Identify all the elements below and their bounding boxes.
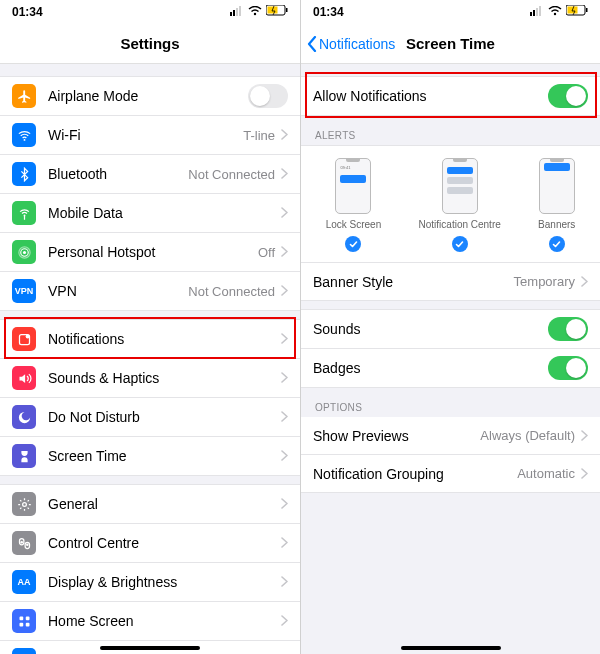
alert-notification-centre[interactable]: Notification Centre xyxy=(419,158,501,252)
settings-row-sounds[interactable]: Sounds & Haptics xyxy=(0,359,300,398)
svg-point-15 xyxy=(22,502,26,506)
settings-row-display[interactable]: AADisplay & Brightness xyxy=(0,563,300,602)
svg-point-19 xyxy=(26,543,29,546)
home-indicator[interactable] xyxy=(401,646,501,650)
settings-row-general[interactable]: General xyxy=(0,484,300,524)
settings-row-notifications[interactable]: Notifications xyxy=(0,319,300,359)
page-title: Settings xyxy=(120,35,179,52)
chevron-left-icon xyxy=(307,36,317,52)
accessibility-icon xyxy=(12,648,36,654)
svg-rect-22 xyxy=(19,622,23,626)
chevron-right-icon xyxy=(281,244,288,260)
wifi-icon xyxy=(548,5,562,19)
status-bar: 01:34 xyxy=(301,0,600,24)
wifi-icon xyxy=(248,5,262,19)
chevron-right-icon xyxy=(281,127,288,143)
chevron-right-icon xyxy=(281,535,288,551)
chevron-right-icon xyxy=(581,274,588,290)
airplane-toggle[interactable] xyxy=(248,84,288,108)
chevron-right-icon xyxy=(281,166,288,182)
row-label: Personal Hotspot xyxy=(48,244,258,260)
badges-toggle[interactable] xyxy=(548,356,588,380)
settings-row-airplane[interactable]: Airplane Mode xyxy=(0,76,300,116)
banner-style-row[interactable]: Banner Style Temporary xyxy=(301,263,600,301)
settings-row-vpn[interactable]: VPNVPNNot Connected xyxy=(0,272,300,311)
row-label: Wi-Fi xyxy=(48,127,243,143)
allow-notifications-toggle[interactable] xyxy=(548,84,588,108)
row-value: Not Connected xyxy=(188,167,275,182)
home-indicator[interactable] xyxy=(100,646,200,650)
page-title: Screen Time xyxy=(406,35,495,52)
back-label: Notifications xyxy=(319,36,395,52)
row-label: Bluetooth xyxy=(48,166,188,182)
check-icon[interactable] xyxy=(549,236,565,252)
svg-point-10 xyxy=(22,250,25,253)
svg-rect-3 xyxy=(239,6,241,16)
row-label: Do Not Disturb xyxy=(48,409,281,425)
badges-row[interactable]: Badges xyxy=(301,349,600,388)
bluetooth-icon xyxy=(12,162,36,186)
svg-rect-23 xyxy=(25,622,29,626)
vpn-icon: VPN xyxy=(12,279,36,303)
row-label: Airplane Mode xyxy=(48,88,248,104)
dnd-icon xyxy=(12,405,36,429)
check-icon[interactable] xyxy=(345,236,361,252)
row-label: Mobile Data xyxy=(48,205,281,221)
alert-banners[interactable]: Banners xyxy=(538,158,575,252)
status-time: 01:34 xyxy=(313,5,344,19)
svg-rect-39 xyxy=(586,8,588,12)
screentime-icon xyxy=(12,444,36,468)
settings-list[interactable]: Airplane ModeWi-FiT-lineBluetoothNot Con… xyxy=(0,76,300,654)
options-header: OPTIONS xyxy=(301,396,600,417)
battery-icon xyxy=(566,5,588,19)
notification-grouping-row[interactable]: Notification Grouping Automatic xyxy=(301,455,600,493)
svg-rect-21 xyxy=(25,616,29,620)
chevron-right-icon xyxy=(281,205,288,221)
row-label: Notifications xyxy=(48,331,281,347)
sounds-toggle[interactable] xyxy=(548,317,588,341)
chevron-right-icon xyxy=(281,574,288,590)
allow-notifications-row[interactable]: Allow Notifications xyxy=(301,76,600,116)
check-icon[interactable] xyxy=(452,236,468,252)
sounds-row[interactable]: Sounds xyxy=(301,309,600,349)
row-label: Display & Brightness xyxy=(48,574,281,590)
screentime-notifications-screen: 01:34 Notifications Screen Time Allow No… xyxy=(300,0,600,654)
row-label: Home Screen xyxy=(48,613,281,629)
settings-row-control[interactable]: Control Centre xyxy=(0,524,300,563)
alert-lock-screen[interactable]: 09:41 Lock Screen xyxy=(326,158,382,252)
svg-point-4 xyxy=(254,13,256,15)
settings-row-wifi[interactable]: Wi-FiT-line xyxy=(0,116,300,155)
status-bar: 01:34 xyxy=(0,0,300,24)
row-label: General xyxy=(48,496,281,512)
chevron-right-icon xyxy=(581,466,588,482)
display-icon: AA xyxy=(12,570,36,594)
status-time: 01:34 xyxy=(12,5,43,19)
svg-rect-33 xyxy=(533,10,535,16)
wifi-icon xyxy=(12,123,36,147)
settings-row-dnd[interactable]: Do Not Disturb xyxy=(0,398,300,437)
status-icons xyxy=(530,5,588,19)
svg-point-14 xyxy=(25,334,29,338)
row-value: Not Connected xyxy=(188,284,275,299)
settings-row-antenna[interactable]: Mobile Data xyxy=(0,194,300,233)
control-icon xyxy=(12,531,36,555)
alerts-header: ALERTS xyxy=(301,124,600,145)
alert-styles: 09:41 Lock Screen Notification Centre Ba… xyxy=(301,145,600,263)
status-icons xyxy=(230,5,288,19)
back-button[interactable]: Notifications xyxy=(307,36,395,52)
row-value: T-line xyxy=(243,128,275,143)
settings-row-hotspot[interactable]: Personal HotspotOff xyxy=(0,233,300,272)
settings-row-home[interactable]: Home Screen xyxy=(0,602,300,641)
chevron-right-icon xyxy=(281,409,288,425)
svg-point-17 xyxy=(20,541,23,544)
signal-icon xyxy=(530,5,544,19)
show-previews-row[interactable]: Show Previews Always (Default) xyxy=(301,417,600,455)
settings-row-screentime[interactable]: Screen Time xyxy=(0,437,300,476)
svg-rect-1 xyxy=(233,10,235,16)
hotspot-icon xyxy=(12,240,36,264)
svg-point-36 xyxy=(554,13,556,15)
antenna-icon xyxy=(12,201,36,225)
settings-row-bluetooth[interactable]: BluetoothNot Connected xyxy=(0,155,300,194)
row-label: Control Centre xyxy=(48,535,281,551)
svg-rect-0 xyxy=(230,12,232,16)
